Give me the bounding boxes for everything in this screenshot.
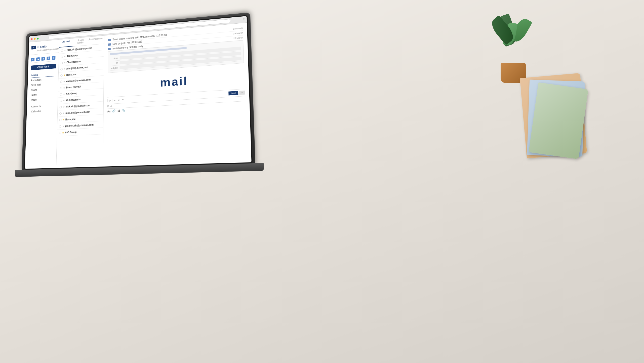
mail-sender-1: AIC Group [67,52,102,57]
laptop-screen-lid: ⠿ J. Smith jsmith.aic@aicgroup.com [22,12,255,172]
email-icon-0 [108,39,111,41]
mail-sender-7: AIC Group [66,90,102,95]
maximize-btn[interactable] [37,37,38,39]
mail-checkbox-11[interactable] [59,119,61,121]
mail-star-10[interactable]: ★ [63,112,65,114]
laptop: ⠿ J. Smith jsmith.aic@aicgroup.com [10,10,285,203]
mail-star-9[interactable]: ★ [63,106,65,108]
align-left-tool[interactable]: ≡ [113,99,116,102]
trash-icon[interactable]: 🗑 [47,56,50,60]
mail-checkbox-2[interactable] [61,62,63,64]
font-select[interactable]: 1pt [107,99,112,102]
mail-checkbox-1[interactable] [61,56,63,58]
email-date-1: 23 March [233,32,243,35]
email-icon-1 [108,43,111,46]
mail-sender-4: Boss, me [66,71,102,76]
mail-star-5[interactable]: ★ [63,80,65,83]
tag-icon[interactable]: ◆ [41,57,45,61]
align-right-tool[interactable]: ≡ [121,98,125,102]
mail-sender-13: AIC Group [65,130,101,134]
mail-checkbox-13[interactable] [59,132,61,134]
reading-pane: Team leader meeting with Mr.Kosamatsu : … [103,23,251,167]
email-icon-2 [108,48,111,50]
screen-bezel: ⠿ J. Smith jsmith.aic@aicgroup.com [24,15,253,170]
tab-social[interactable]: Social Media [73,37,88,46]
mail-checkbox-7[interactable] [60,93,62,96]
download-icon[interactable]: ⬇ [31,58,34,61]
mail-star-11[interactable]: ★ [62,118,64,121]
mail-checkbox-5[interactable] [60,80,62,83]
mail-star-6[interactable]: ★ [63,87,65,89]
tab-advertisement[interactable]: Advertisement [88,36,104,45]
mail-sender-8: Mr.Kosamatsu [66,97,101,102]
mail-sender-9: nick.aic@youmail.com [66,103,102,108]
from-label: from [110,57,118,60]
send-button[interactable]: Send [228,91,238,96]
notebook-stack [518,70,594,171]
subject-label: subject [110,66,118,70]
font-label[interactable]: Font [107,105,112,108]
mail-checkbox-9[interactable] [60,106,62,108]
mail-sender-12: jennifer.aic@youmail.com [65,123,101,127]
mail-sender-10: nick.aic@youmail.com [65,110,101,114]
mail-sender-3: john(HR), Steve, me [66,65,102,70]
user-name: J. Smith [37,45,47,49]
mail-star-2[interactable]: ★ [64,61,66,64]
mail-sender-0: nick.aic@aicgroup.com [67,46,102,51]
mail-checkbox-4[interactable] [60,74,63,77]
compose-button[interactable]: COMPOSE [31,64,56,70]
user-info: J. Smith jsmith.aic@aicgroup.com [29,42,59,55]
sidebar: J. Smith jsmith.aic@aicgroup.com ⬇ ☁ ◆ 🗑… [25,40,59,169]
mail-checkbox-10[interactable] [59,112,62,115]
mail-checkbox-3[interactable] [60,68,63,70]
mail-star-4[interactable]: ★ [63,74,65,76]
settings-icon[interactable]: ⚙ [52,56,55,60]
mail-star-12[interactable]: ★ [62,125,64,128]
mail-sender-2: ChoiTaehyun [67,58,102,64]
image-icon[interactable]: 🖼 [117,109,120,112]
mail-star-1[interactable]: ★ [64,55,66,58]
mail-checkbox-8[interactable] [60,99,62,102]
mail-star-3[interactable]: ★ [64,68,66,70]
email-date-2: 23 March [233,36,243,40]
mail-checkbox-0[interactable] [61,49,63,52]
align-center-tool[interactable]: ≡ [117,98,120,102]
mail-checkbox-12[interactable] [59,125,61,128]
to-label: to [110,62,118,65]
tab-all-mail[interactable]: All mail [59,38,73,48]
mail-sender-11: Boss, me [65,116,101,121]
mail-star-7[interactable]: ★ [63,93,65,95]
app-area: J. Smith jsmith.aic@aicgroup.com ⬇ ☁ ◆ 🗑… [25,23,252,169]
mail-star-8[interactable]: ★ [63,99,65,102]
apps-icon[interactable]: ⠿ [243,18,245,21]
format-aa-icon[interactable]: Aa [107,110,110,113]
mail-icon [31,46,36,50]
discard-button[interactable]: × [239,91,245,95]
sidebar-toolbar: ⬇ ☁ ◆ 🗑 ⚙ [28,54,59,63]
mail-sender-6: Boss, Steve.K [66,84,102,89]
attach-icon[interactable]: 📎 [122,109,125,112]
close-btn[interactable] [31,38,33,40]
mail-checkbox-6[interactable] [60,87,62,89]
mail-sender-5: nick.aic@youmail.com [66,77,102,83]
mail-star-0[interactable]: ★ [64,49,66,52]
mail-star-13[interactable]: ★ [62,131,64,134]
link-icon[interactable]: 🔗 [112,109,116,113]
minimize-btn[interactable] [34,38,35,39]
cloud-icon[interactable]: ☁ [36,57,40,61]
email-client: ⠿ J. Smith jsmith.aic@aicgroup.com [25,16,252,169]
laptop-screen: ⠿ J. Smith jsmith.aic@aicgroup.com [25,16,252,169]
email-date-0: 23 March [233,27,243,30]
mail-list-panel: All mail Social Media Advertisement ★ ni… [56,35,104,168]
